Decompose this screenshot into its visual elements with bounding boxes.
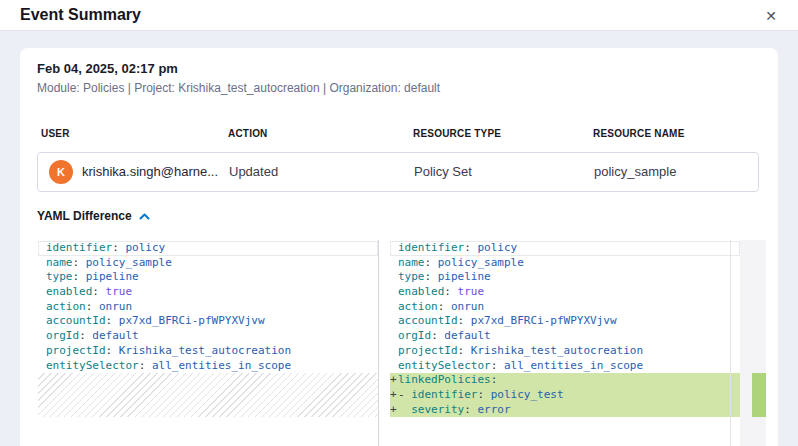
table-row: K krishika.singh@harne... Updated Policy…: [37, 152, 759, 192]
code-line: orgId: default: [38, 329, 378, 344]
column-header-resource-name: RESOURCE NAME: [593, 128, 685, 139]
collapsed-region-hatch: [38, 373, 378, 417]
code-line: +- identifier: policy_test: [390, 388, 740, 403]
yaml-diff-editor: identifier: policyname: policy_sampletyp…: [38, 240, 766, 446]
diff-sash[interactable]: [378, 240, 379, 446]
row-resource-type: Policy Set: [414, 164, 472, 179]
event-meta: Module: Policies | Project: Krishika_tes…: [37, 81, 440, 95]
close-icon[interactable]: ✕: [760, 5, 782, 27]
code-line: +linkedPolicies:: [390, 373, 740, 388]
row-user: krishika.singh@harne...: [82, 164, 218, 179]
page-title: Event Summary: [20, 6, 141, 24]
code-line: name: policy_sample: [38, 256, 378, 271]
code-line: entitySelector: all_entities_in_scope: [38, 359, 378, 374]
code-line: enabled: true: [390, 285, 740, 300]
chevron-up-icon: [139, 213, 150, 220]
code-line: orgId: default: [390, 329, 740, 344]
code-line: identifier: policy: [38, 241, 378, 256]
code-line: entitySelector: all_entities_in_scope: [390, 359, 740, 374]
code-line: identifier: policy: [390, 241, 740, 256]
column-header-resource-type: RESOURCE TYPE: [413, 128, 501, 139]
yaml-difference-toggle[interactable]: YAML Difference: [37, 209, 150, 223]
diff-modified-pane[interactable]: identifier: policyname: policy_sampletyp…: [390, 240, 740, 446]
dialog-header: Event Summary ✕: [0, 0, 798, 31]
event-timestamp: Feb 04, 2025, 02:17 pm: [37, 61, 178, 76]
diff-original-pane[interactable]: identifier: policyname: policy_sampletyp…: [38, 240, 378, 446]
code-line: + severity: error: [390, 403, 740, 418]
column-header-action: ACTION: [228, 128, 268, 139]
code-line: type: pipeline: [390, 270, 740, 285]
scrollbar-divider: [730, 240, 731, 446]
event-summary-card: Feb 04, 2025, 02:17 pm Module: Policies …: [20, 48, 778, 446]
diff-overview-ruler[interactable]: [740, 240, 766, 446]
code-line: name: policy_sample: [390, 256, 740, 271]
code-line: accountId: px7xd_BFRCi-pfWPYXVjvw: [390, 314, 740, 329]
column-header-user: USER: [41, 128, 70, 139]
row-action: Updated: [229, 164, 278, 179]
code-line: action: onrun: [390, 300, 740, 315]
row-resource-name: policy_sample: [594, 164, 676, 179]
code-line: projectId: Krishika_test_autocreation: [38, 344, 378, 359]
yaml-difference-label: YAML Difference: [37, 209, 132, 223]
code-line: type: pipeline: [38, 270, 378, 285]
code-line: enabled: true: [38, 285, 378, 300]
code-line: action: onrun: [38, 300, 378, 315]
dialog-body: Feb 04, 2025, 02:17 pm Module: Policies …: [0, 31, 798, 446]
avatar: K: [49, 160, 73, 184]
code-line: accountId: px7xd_BFRCi-pfWPYXVjvw: [38, 314, 378, 329]
code-line: projectId: Krishika_test_autocreation: [390, 344, 740, 359]
diff-overview-added-marker: [752, 373, 766, 417]
